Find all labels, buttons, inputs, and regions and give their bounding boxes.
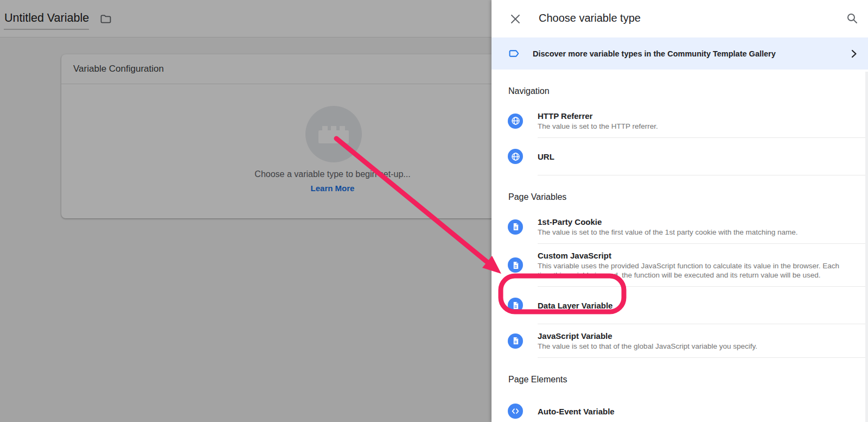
code-icon xyxy=(508,404,523,419)
panel-title: Choose variable type xyxy=(539,12,641,24)
community-template-gallery-banner[interactable]: Discover more variable types in the Comm… xyxy=(492,37,868,70)
document-icon xyxy=(508,219,523,235)
variable-type-description: The value is set to the first value of t… xyxy=(538,228,798,237)
variable-type-text: HTTP ReferrerThe value is set to the HTT… xyxy=(538,111,658,131)
section-label-page-variables: Page Variables xyxy=(492,175,868,210)
variable-type-text: Auto-Event Variable xyxy=(538,406,615,417)
variable-type-text: 1st-Party CookieThe value is set to the … xyxy=(538,217,798,237)
variable-type-description: This variable uses the provided JavaScri… xyxy=(538,261,846,280)
variable-type-title: HTTP Referrer xyxy=(538,111,658,121)
scrollbar[interactable] xyxy=(865,72,868,422)
label-icon xyxy=(509,48,520,59)
globe-icon xyxy=(508,149,523,164)
variable-type-1st-party-cookie[interactable]: 1st-Party CookieThe value is set to the … xyxy=(492,210,868,243)
variable-type-text: URL xyxy=(538,152,554,162)
choose-variable-type-panel: Choose variable type Discover more varia… xyxy=(492,0,868,422)
variable-type-title: Auto-Event Variable xyxy=(538,406,615,417)
section-label-navigation: Navigation xyxy=(492,70,868,104)
variable-type-title: 1st-Party Cookie xyxy=(538,217,798,227)
variable-type-text: JavaScript VariableThe value is set to t… xyxy=(538,331,757,351)
variable-type-title: Data Layer Variable xyxy=(538,300,612,311)
variable-type-description: The value is set to that of the global J… xyxy=(538,342,757,351)
variable-type-text: Data Layer Variable xyxy=(538,300,612,311)
variable-type-data-layer-variable[interactable]: Data Layer Variable xyxy=(492,287,868,324)
banner-text: Discover more variable types in the Comm… xyxy=(533,49,776,58)
panel-header: Choose variable type xyxy=(492,0,868,37)
variable-type-custom-javascript[interactable]: Custom JavaScriptThis variable uses the … xyxy=(492,244,868,286)
variable-type-javascript-variable[interactable]: JavaScript VariableThe value is set to t… xyxy=(492,324,868,357)
close-icon[interactable] xyxy=(509,13,521,27)
variable-type-text: Custom JavaScriptThis variable uses the … xyxy=(538,250,846,280)
chevron-right-icon xyxy=(848,48,859,61)
variable-type-title: JavaScript Variable xyxy=(538,331,757,341)
variable-type-title: URL xyxy=(538,152,554,162)
document-icon xyxy=(508,333,523,349)
section-label-page-elements: Page Elements xyxy=(492,358,868,393)
variable-type-title: Custom JavaScript xyxy=(538,250,846,261)
variable-type-http-referrer[interactable]: HTTP ReferrerThe value is set to the HTT… xyxy=(492,104,868,137)
document-icon xyxy=(508,257,523,273)
variable-type-url[interactable]: URL xyxy=(492,138,868,175)
variable-type-list: NavigationHTTP ReferrerThe value is set … xyxy=(492,70,868,422)
gtm-variable-editor: Untitled Variable Variable Configuration xyxy=(0,0,868,422)
variable-type-description: The value is set to the HTTP referrer. xyxy=(538,122,658,131)
variable-type-auto-event-variable[interactable]: Auto-Event Variable xyxy=(492,393,868,422)
document-icon xyxy=(508,298,523,313)
globe-icon xyxy=(508,114,523,129)
search-icon[interactable] xyxy=(846,12,859,27)
